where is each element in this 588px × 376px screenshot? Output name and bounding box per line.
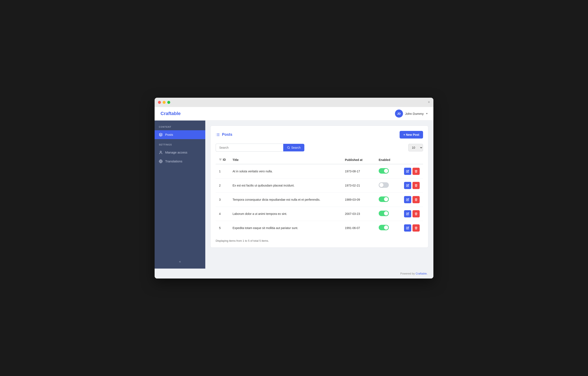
minimize-dot[interactable] <box>163 101 166 104</box>
delete-button[interactable] <box>412 196 420 203</box>
sidebar-item-posts[interactable]: Posts <box>155 130 205 139</box>
per-page-select[interactable]: 10 25 50 100 <box>408 144 423 151</box>
table-header-row: ID Title Published at Enabled <box>216 156 423 164</box>
page-title: Posts <box>222 133 232 137</box>
svg-line-10 <box>289 148 290 149</box>
cell-published: 1989-03-09 <box>342 192 375 207</box>
svg-point-0 <box>160 151 161 152</box>
column-header-id: ID <box>216 156 229 164</box>
cell-enabled <box>375 207 401 221</box>
toggle-slider <box>379 182 389 188</box>
edit-icon <box>406 212 409 215</box>
footer-text: Powered by <box>400 272 415 275</box>
cell-published: 1991-06-07 <box>342 221 375 235</box>
window-controls <box>158 101 170 104</box>
action-buttons <box>404 210 420 217</box>
cell-title: Ex est est facilis ut quibusdam placeat … <box>229 178 342 192</box>
delete-button[interactable] <box>412 210 420 217</box>
cell-title: At in soluta veritatis vero nulla. <box>229 164 342 178</box>
trash-icon <box>415 184 418 187</box>
app-window: + Craftable JD John Dummy ▾ CONTENT Post… <box>155 98 433 278</box>
column-header-enabled: Enabled <box>375 156 401 164</box>
sort-icon <box>219 158 222 161</box>
card-header: Posts + New Post <box>216 131 423 139</box>
footer-link[interactable]: Craftable. <box>416 272 428 275</box>
search-form: Search <box>216 144 304 152</box>
toggle-slider <box>379 197 389 202</box>
page-footer: Powered by Craftable. <box>155 269 433 278</box>
trash-icon <box>415 170 418 173</box>
table-row: 4 Laborum dolor a ut animi tempora ex si… <box>216 207 423 221</box>
edit-button[interactable] <box>404 210 411 217</box>
column-header-actions <box>401 156 423 164</box>
edit-button[interactable] <box>404 224 411 232</box>
maximize-dot[interactable] <box>167 101 170 104</box>
trash-icon <box>415 226 418 230</box>
new-post-button[interactable]: + New Post <box>399 131 423 139</box>
delete-button[interactable] <box>412 182 420 189</box>
posts-card: Posts + New Post Search <box>210 126 428 248</box>
globe-icon <box>159 159 163 163</box>
user-menu[interactable]: JD John Dummy ▾ <box>395 110 428 118</box>
cell-title: Laborum dolor a ut animi tempora ex sint… <box>229 207 342 221</box>
cell-id: 4 <box>216 207 229 221</box>
toggle-slider <box>379 211 389 216</box>
chevron-down-icon: ▾ <box>426 112 428 115</box>
sort-id-icon[interactable]: ID <box>219 158 226 161</box>
cell-title: Expedita totam eaque sit mollitia aut pa… <box>229 221 342 235</box>
user-icon <box>159 151 163 154</box>
sidebar-item-manage-access[interactable]: Manage access <box>155 148 205 157</box>
search-icon <box>287 146 290 149</box>
content-area: Posts + New Post Search <box>205 121 433 269</box>
cell-actions <box>401 207 423 221</box>
search-button[interactable]: Search <box>283 144 304 151</box>
settings-section-label: SETTINGS <box>155 139 205 148</box>
edit-icon <box>406 226 409 230</box>
edit-button[interactable] <box>404 196 411 203</box>
enabled-toggle[interactable] <box>379 168 389 174</box>
cell-enabled <box>375 178 401 192</box>
close-dot[interactable] <box>158 101 161 104</box>
cell-published: 1973-02-21 <box>342 178 375 192</box>
search-input[interactable] <box>216 144 283 152</box>
delete-button[interactable] <box>412 168 420 175</box>
posts-table: ID Title Published at Enabled 1 At in so… <box>216 156 423 235</box>
avatar: JD <box>395 110 403 118</box>
username: John Dummy <box>405 112 424 115</box>
cell-actions <box>401 221 423 235</box>
column-header-title: Title <box>229 156 342 164</box>
toggle-slider <box>379 225 389 230</box>
cell-actions <box>401 178 423 192</box>
search-row: Search 10 25 50 100 <box>216 144 423 152</box>
action-buttons <box>404 182 420 189</box>
edit-button[interactable] <box>404 182 411 189</box>
cell-enabled <box>375 164 401 178</box>
delete-button[interactable] <box>412 224 420 232</box>
action-buttons <box>404 224 420 232</box>
main-layout: CONTENT Posts SETTINGS Manage access <box>155 121 433 269</box>
sidebar-item-label: Translations <box>165 159 182 163</box>
table-row: 3 Tempora consequatur dicta repudiandae … <box>216 192 423 207</box>
edit-button[interactable] <box>404 168 411 175</box>
enabled-toggle[interactable] <box>379 211 389 216</box>
cell-id: 5 <box>216 221 229 235</box>
trash-icon <box>415 212 418 215</box>
edit-icon <box>406 170 409 173</box>
diamond-icon <box>159 133 163 137</box>
sidebar-item-label: Posts <box>165 133 173 136</box>
enabled-toggle[interactable] <box>379 182 389 188</box>
sidebar-item-translations[interactable]: Translations <box>155 157 205 166</box>
card-title: Posts <box>216 133 232 137</box>
enabled-toggle[interactable] <box>379 197 389 202</box>
sidebar: CONTENT Posts SETTINGS Manage access <box>155 121 205 269</box>
sidebar-item-label: Manage access <box>165 151 187 154</box>
list-icon <box>216 133 220 137</box>
table-row: 5 Expedita totam eaque sit mollitia aut … <box>216 221 423 235</box>
cell-enabled <box>375 221 401 235</box>
toggle-slider <box>379 168 389 174</box>
new-window-button[interactable]: + <box>428 100 430 104</box>
action-buttons <box>404 168 420 175</box>
cell-published: 1973-08-17 <box>342 164 375 178</box>
enabled-toggle[interactable] <box>379 225 389 230</box>
collapse-sidebar-button[interactable]: « <box>178 258 183 265</box>
